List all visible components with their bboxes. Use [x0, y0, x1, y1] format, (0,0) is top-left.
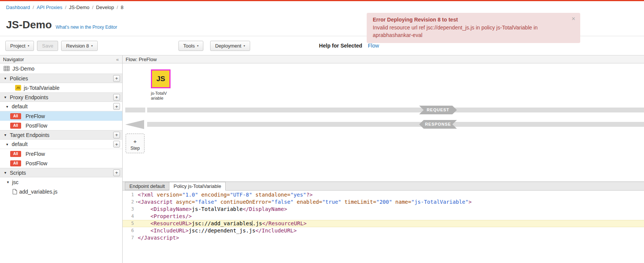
caret-down-icon: ▾: [3, 95, 7, 99]
group-label: jsc: [12, 179, 18, 185]
editor-tabbar: Endpoint default Policy js-TotalVariable: [123, 182, 644, 191]
js-policy-icon: JS: [15, 85, 21, 91]
chevron-down-icon: ▾: [244, 44, 245, 48]
line-number: 2▾: [123, 198, 138, 206]
section-header-policies[interactable]: ▾ Policies +: [0, 74, 122, 83]
all-badge: All: [10, 160, 21, 166]
flow-item-preflow-target[interactable]: All PreFlow: [0, 149, 122, 158]
policy-node-label-line2: ariable: [151, 96, 175, 101]
code-line-active[interactable]: 5 <ResourceURL>jsc://add_variables.js</R…: [123, 220, 644, 227]
add-step-button[interactable]: + Step: [126, 134, 144, 153]
group-item-jsc[interactable]: ▾ jsc: [0, 177, 122, 187]
caret-down-icon: ▾: [5, 142, 9, 146]
tools-menu-button[interactable]: Tools ▾: [178, 41, 203, 51]
whats-new-link[interactable]: What's new in the Proxy Editor: [55, 25, 117, 30]
response-bar: [147, 122, 644, 127]
flow-item-postflow-proxy[interactable]: All PostFlow: [0, 121, 122, 130]
plus-icon: +: [126, 138, 144, 145]
code-line[interactable]: 6 <IncludeURL>jsc://dependent_js.js</Inc…: [123, 227, 644, 234]
flow-label: PostFlow: [26, 160, 48, 166]
section-header-scripts[interactable]: ▾ Scripts +: [0, 168, 122, 177]
breadcrumb-separator: /: [117, 5, 118, 10]
error-message: Invalid resource url ref jsc://dependent…: [373, 24, 567, 39]
flow-label: PostFlow: [26, 123, 48, 129]
save-button[interactable]: Save: [37, 41, 58, 51]
group-label: default: [12, 103, 28, 109]
add-target-endpoint-button[interactable]: +: [113, 132, 120, 138]
line-number: 3: [123, 206, 138, 213]
flow-label: PreFlow: [26, 113, 45, 119]
line-number: 5: [123, 220, 138, 227]
file-label: add_variables.js: [19, 189, 57, 195]
tab-endpoint-default[interactable]: Endpoint default: [125, 182, 169, 190]
add-proxy-endpoint-button[interactable]: +: [113, 94, 120, 101]
tools-menu-label: Tools: [183, 43, 195, 49]
all-badge: All: [10, 123, 21, 129]
fold-caret-icon[interactable]: ▾: [136, 198, 138, 206]
proxy-grid-icon: [4, 66, 9, 71]
section-header-proxy-endpoints[interactable]: ▾ Proxy Endpoints +: [0, 92, 122, 102]
close-icon[interactable]: ×: [572, 15, 575, 23]
main-area: Navigator « JS-Demo ▾ Policies + JS js-T…: [0, 55, 644, 263]
navigator-root-item[interactable]: JS-Demo: [0, 63, 122, 74]
code-line[interactable]: 4 <Properties/>: [123, 213, 644, 220]
caret-down-icon: ▾: [6, 180, 10, 184]
chevron-down-icon: ▾: [197, 44, 198, 48]
flow-item-preflow-proxy[interactable]: All PreFlow: [0, 111, 122, 121]
all-badge: All: [10, 151, 21, 157]
response-flow-bar: RESPONSE: [123, 122, 644, 127]
breadcrumb-item-revision: 8: [121, 5, 123, 10]
code-line[interactable]: 7 </Javascript>: [123, 234, 644, 241]
section-label: Target Endpoints: [10, 132, 49, 138]
breadcrumb-link-dashboard[interactable]: Dashboard: [6, 5, 30, 10]
page-title: JS-Demo: [6, 19, 52, 31]
add-target-flow-button[interactable]: +: [113, 141, 120, 148]
navigator-header: Navigator «: [0, 55, 122, 63]
project-menu-button[interactable]: Project ▾: [5, 41, 34, 51]
flow-canvas[interactable]: JS js-TotalV ariable REQUEST RESPONSE + …: [123, 63, 644, 181]
group-label: default: [12, 141, 28, 147]
request-bar-stub: [125, 108, 145, 112]
tab-policy-js-totalvariable[interactable]: Policy js-TotalVariable: [169, 182, 226, 191]
navigator-panel: Navigator « JS-Demo ▾ Policies + JS js-T…: [0, 55, 123, 263]
chevron-down-icon: ▾: [91, 44, 93, 48]
add-script-button[interactable]: +: [113, 169, 120, 176]
section-header-target-endpoints[interactable]: ▾ Target Endpoints +: [0, 130, 122, 140]
code-editor[interactable]: 1 <?xml version="1.0" encoding="UTF-8" s…: [123, 191, 644, 263]
help-flow-link[interactable]: Flow: [368, 43, 379, 49]
caret-down-icon: ▾: [3, 171, 7, 175]
navigator-title: Navigator: [3, 57, 24, 62]
error-title: Error Deploying Revision 8 to test: [373, 17, 567, 23]
response-arrowhead-icon: [125, 120, 144, 129]
policy-item-js-totalvariable[interactable]: JS js-TotalVariable: [0, 83, 122, 92]
js-policy-node-icon[interactable]: JS: [151, 69, 171, 88]
breadcrumb-link-api-proxies[interactable]: API Proxies: [37, 5, 62, 10]
code-line[interactable]: 1 <?xml version="1.0" encoding="UTF-8" s…: [123, 191, 644, 198]
code-line[interactable]: 2▾ <Javascript async="false" continueOnE…: [123, 198, 644, 206]
add-policy-button[interactable]: +: [113, 75, 120, 82]
flow-header: Flow: PreFlow: [123, 55, 644, 63]
breadcrumb-separator: /: [65, 5, 66, 10]
policy-node-label-line1: js-TotalV: [151, 91, 175, 96]
line-number: 4: [123, 213, 138, 220]
breadcrumb-separator: /: [33, 5, 34, 10]
revision-menu-button[interactable]: Revision 8 ▾: [61, 41, 98, 51]
error-banner: Error Deploying Revision 8 to test Inval…: [367, 13, 580, 43]
flow-item-postflow-target[interactable]: All PostFlow: [0, 158, 122, 168]
revision-menu-label: Revision 8: [66, 43, 89, 49]
add-step-label: Step: [126, 146, 144, 151]
flow-editor-panel: Flow: PreFlow JS js-TotalV ariable REQUE…: [123, 55, 644, 263]
line-number: 6: [123, 227, 138, 234]
group-item-default-target[interactable]: ▾ default +: [0, 140, 122, 149]
flow-label: PreFlow: [26, 151, 45, 157]
collapse-navigator-icon[interactable]: «: [116, 57, 119, 62]
file-item-add-variables-js[interactable]: add_variables.js: [0, 187, 122, 196]
line-number: 1: [123, 191, 138, 198]
group-item-default-proxy[interactable]: ▾ default +: [0, 102, 122, 111]
add-proxy-flow-button[interactable]: +: [113, 103, 120, 110]
code-line[interactable]: 3 <DisplayName>js-TotalVariable</Display…: [123, 206, 644, 213]
caret-down-icon: ▾: [3, 133, 7, 137]
caret-down-icon: ▾: [3, 76, 7, 80]
deployment-menu-button[interactable]: Deployment ▾: [210, 41, 250, 51]
policy-node-js-totalvariable[interactable]: JS js-TotalV ariable: [151, 69, 175, 101]
